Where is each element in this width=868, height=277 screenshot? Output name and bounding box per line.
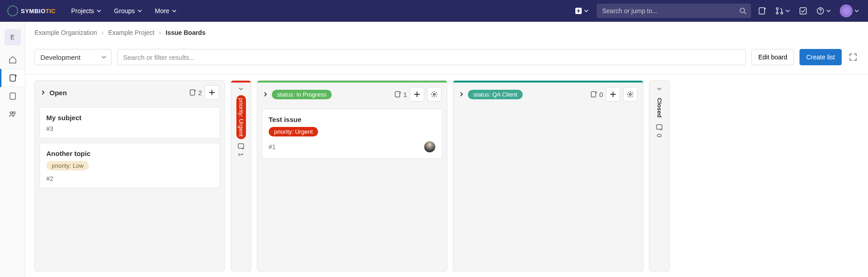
- chevron-right-icon: ›: [159, 29, 161, 36]
- user-avatar-menu[interactable]: [838, 3, 861, 19]
- column-body: My subject #3 Another topic priority: Lo…: [35, 104, 225, 271]
- chevron-down-icon: [785, 9, 790, 13]
- card-title: Test issue: [269, 116, 436, 123]
- issue-card[interactable]: Test issue priority: Urgent #1: [262, 109, 442, 159]
- focus-mode-icon[interactable]: [847, 51, 859, 63]
- svg-point-3: [776, 8, 778, 10]
- plus-icon: [610, 91, 616, 97]
- svg-point-12: [13, 112, 15, 114]
- column-qa-client: status: QA Client 0: [453, 80, 643, 272]
- chevron-right-icon[interactable]: [459, 92, 464, 97]
- plus-icon: [209, 89, 215, 96]
- board-columns: Open 2 My subject #3: [25, 75, 868, 277]
- issue-icon: [590, 91, 598, 98]
- card-labels: priority: Urgent: [269, 127, 436, 136]
- chevron-down-icon: [826, 9, 831, 13]
- svg-rect-6: [800, 8, 806, 14]
- column-open: Open 2 My subject #3: [34, 80, 225, 272]
- column-label: Closed: [655, 95, 664, 120]
- column-count: 0: [590, 91, 603, 98]
- card-labels: priority: Low: [46, 161, 213, 170]
- expand-column-icon[interactable]: [657, 86, 662, 92]
- global-navbar: SYMBIOTIC Projects Groups More: [0, 0, 868, 22]
- column-label: priority: Urgent: [236, 95, 246, 139]
- svg-point-18: [629, 93, 631, 95]
- svg-rect-19: [657, 125, 662, 129]
- column-label: status: In Progress: [272, 90, 332, 99]
- svg-rect-17: [591, 92, 596, 97]
- column-count: 2: [189, 89, 202, 97]
- navbar-right: [572, 3, 861, 19]
- logo-text: SYMBIOTIC: [21, 8, 56, 15]
- breadcrumb-org[interactable]: Example Organization: [34, 29, 97, 36]
- svg-rect-10: [10, 93, 15, 99]
- add-issue-button[interactable]: [205, 85, 219, 100]
- column-header: status: QA Client 0: [453, 83, 643, 106]
- chevron-down-icon: [97, 9, 101, 13]
- breadcrumb-project[interactable]: Example Project: [108, 29, 154, 36]
- sidebar-wiki-icon[interactable]: [0, 87, 25, 105]
- help-icon[interactable]: [814, 5, 833, 17]
- sidebar-members-icon[interactable]: [0, 105, 25, 123]
- nav-projects[interactable]: Projects: [67, 4, 106, 18]
- column-body: Test issue priority: Urgent #1: [257, 106, 447, 271]
- avatar-icon: [840, 5, 853, 17]
- svg-rect-14: [238, 144, 244, 148]
- svg-point-5: [781, 12, 783, 14]
- column-label: status: QA Client: [468, 90, 523, 99]
- column-count: 1: [237, 143, 245, 156]
- column-count: 1: [394, 91, 407, 98]
- nav-groups[interactable]: Groups: [109, 4, 147, 18]
- column-in-progress: status: In Progress 1: [257, 80, 447, 272]
- sidebar-home-icon[interactable]: [0, 51, 25, 69]
- merge-requests-icon[interactable]: [774, 5, 792, 17]
- column-priority-urgent-collapsed[interactable]: priority: Urgent 1: [230, 80, 251, 272]
- svg-rect-9: [10, 75, 15, 81]
- gear-icon: [431, 91, 438, 98]
- issue-icon: [237, 143, 245, 150]
- new-dropdown-button[interactable]: [572, 5, 591, 17]
- svg-point-4: [776, 12, 778, 14]
- project-sidebar: E: [0, 22, 25, 277]
- assignee-avatar[interactable]: [424, 141, 436, 153]
- edit-board-button[interactable]: Edit board: [751, 49, 794, 65]
- svg-rect-2: [759, 8, 765, 14]
- add-issue-button[interactable]: [606, 87, 620, 102]
- global-search-input[interactable]: [597, 4, 751, 18]
- issue-icon: [189, 89, 196, 96]
- nav-label: Groups: [114, 7, 135, 15]
- column-settings-button[interactable]: [427, 87, 441, 102]
- nav-more[interactable]: More: [150, 4, 181, 18]
- board-filter-input[interactable]: [117, 49, 746, 65]
- card-id: #2: [46, 175, 213, 182]
- chevron-down-icon: [584, 9, 588, 13]
- label-priority-urgent: priority: Urgent: [269, 127, 318, 136]
- sidebar-issues-icon[interactable]: [0, 69, 25, 87]
- issue-card[interactable]: Another topic priority: Low #2: [39, 143, 220, 188]
- issue-card[interactable]: My subject #3: [39, 107, 220, 138]
- issue-icon: [656, 124, 663, 131]
- column-settings-button[interactable]: [623, 87, 638, 102]
- expand-column-icon[interactable]: [238, 86, 244, 92]
- chevron-right-icon[interactable]: [263, 92, 268, 97]
- label-priority-low: priority: Low: [46, 161, 89, 170]
- column-header: Open 2: [35, 81, 225, 104]
- svg-rect-13: [190, 90, 195, 95]
- add-issue-button[interactable]: [410, 87, 424, 102]
- project-avatar[interactable]: E: [5, 29, 21, 45]
- issues-icon[interactable]: [756, 5, 768, 17]
- column-body: [453, 106, 643, 271]
- create-list-button[interactable]: Create list: [799, 49, 842, 65]
- column-closed-collapsed[interactable]: Closed 0: [649, 80, 670, 272]
- brand-logo[interactable]: SYMBIOTIC: [7, 5, 56, 16]
- column-title: Open: [49, 89, 67, 97]
- svg-point-16: [433, 93, 435, 95]
- chevron-right-icon[interactable]: [40, 90, 46, 95]
- global-search-wrap: [597, 4, 751, 18]
- breadcrumb-current: Issue Boards: [166, 29, 206, 36]
- todos-icon[interactable]: [797, 5, 809, 17]
- logo-mark-icon: [7, 5, 18, 16]
- board-picker[interactable]: Development: [34, 49, 112, 65]
- chevron-down-icon: [101, 54, 107, 60]
- svg-rect-15: [395, 92, 400, 97]
